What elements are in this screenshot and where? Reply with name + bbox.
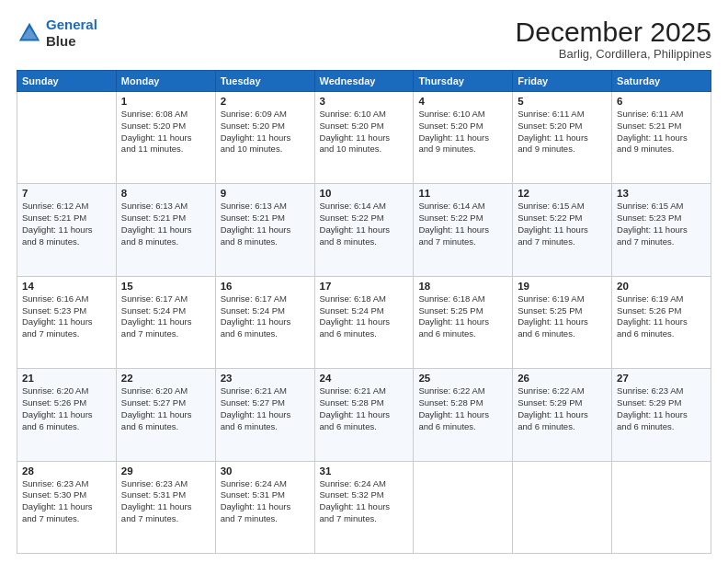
day-info: Sunrise: 6:11 AM Sunset: 5:20 PM Dayligh… — [518, 109, 607, 155]
calendar-cell: 3Sunrise: 6:10 AM Sunset: 5:20 PM Daylig… — [314, 92, 414, 184]
day-number: 12 — [518, 188, 607, 199]
day-number: 13 — [617, 188, 706, 199]
day-number: 26 — [518, 373, 607, 384]
calendar-cell: 14Sunrise: 6:16 AM Sunset: 5:23 PM Dayli… — [17, 276, 117, 368]
month-title: December 2025 — [516, 17, 711, 47]
day-number: 20 — [617, 281, 706, 292]
day-number: 25 — [418, 373, 507, 384]
calendar-cell: 1Sunrise: 6:08 AM Sunset: 5:20 PM Daylig… — [116, 92, 215, 184]
calendar-cell — [17, 92, 117, 184]
day-number: 21 — [22, 373, 111, 384]
calendar-cell: 10Sunrise: 6:14 AM Sunset: 5:22 PM Dayli… — [314, 184, 414, 276]
day-number: 4 — [418, 96, 507, 107]
page: General Blue December 2025 Barlig, Cordi… — [0, 0, 728, 563]
day-number: 5 — [518, 96, 607, 107]
col-header-wednesday: Wednesday — [314, 71, 414, 92]
calendar-cell: 17Sunrise: 6:18 AM Sunset: 5:24 PM Dayli… — [314, 276, 414, 368]
day-number: 3 — [320, 96, 409, 107]
day-info: Sunrise: 6:13 AM Sunset: 5:21 PM Dayligh… — [221, 201, 310, 247]
calendar-cell: 7Sunrise: 6:12 AM Sunset: 5:21 PM Daylig… — [17, 184, 117, 276]
day-number: 28 — [22, 465, 111, 477]
calendar-cell: 20Sunrise: 6:19 AM Sunset: 5:26 PM Dayli… — [612, 276, 711, 368]
day-info: Sunrise: 6:10 AM Sunset: 5:20 PM Dayligh… — [418, 109, 507, 155]
calendar-cell: 30Sunrise: 6:24 AM Sunset: 5:31 PM Dayli… — [215, 461, 314, 553]
calendar-week-1: 1Sunrise: 6:08 AM Sunset: 5:20 PM Daylig… — [17, 92, 711, 184]
calendar-cell: 25Sunrise: 6:22 AM Sunset: 5:28 PM Dayli… — [414, 369, 513, 461]
day-info: Sunrise: 6:10 AM Sunset: 5:20 PM Dayligh… — [320, 109, 409, 155]
calendar-cell: 23Sunrise: 6:21 AM Sunset: 5:27 PM Dayli… — [215, 369, 314, 461]
day-info: Sunrise: 6:17 AM Sunset: 5:24 PM Dayligh… — [221, 293, 310, 340]
col-header-monday: Monday — [116, 71, 215, 92]
col-header-friday: Friday — [513, 71, 612, 92]
day-number: 9 — [221, 188, 310, 199]
day-info: Sunrise: 6:24 AM Sunset: 5:32 PM Dayligh… — [320, 478, 409, 525]
day-info: Sunrise: 6:08 AM Sunset: 5:20 PM Dayligh… — [121, 109, 210, 155]
calendar-cell: 2Sunrise: 6:09 AM Sunset: 5:20 PM Daylig… — [215, 92, 314, 184]
day-number: 6 — [617, 96, 706, 107]
day-number: 14 — [22, 281, 111, 292]
calendar-cell: 24Sunrise: 6:21 AM Sunset: 5:28 PM Dayli… — [314, 369, 414, 461]
calendar-week-5: 28Sunrise: 6:23 AM Sunset: 5:30 PM Dayli… — [17, 461, 711, 553]
header: General Blue December 2025 Barlig, Cordi… — [17, 17, 711, 61]
day-info: Sunrise: 6:22 AM Sunset: 5:29 PM Dayligh… — [518, 385, 607, 432]
day-info: Sunrise: 6:24 AM Sunset: 5:31 PM Dayligh… — [221, 478, 310, 525]
day-info: Sunrise: 6:12 AM Sunset: 5:21 PM Dayligh… — [22, 201, 111, 247]
calendar-cell: 8Sunrise: 6:13 AM Sunset: 5:21 PM Daylig… — [116, 184, 215, 276]
day-info: Sunrise: 6:23 AM Sunset: 5:30 PM Dayligh… — [22, 478, 111, 525]
calendar-cell: 4Sunrise: 6:10 AM Sunset: 5:20 PM Daylig… — [414, 92, 513, 184]
day-number: 8 — [121, 188, 210, 199]
day-number: 31 — [320, 465, 409, 477]
location: Barlig, Cordillera, Philippines — [516, 47, 711, 61]
day-number: 16 — [221, 281, 310, 292]
calendar-cell: 5Sunrise: 6:11 AM Sunset: 5:20 PM Daylig… — [513, 92, 612, 184]
col-header-tuesday: Tuesday — [215, 71, 314, 92]
day-info: Sunrise: 6:16 AM Sunset: 5:23 PM Dayligh… — [22, 293, 111, 340]
day-info: Sunrise: 6:22 AM Sunset: 5:28 PM Dayligh… — [418, 385, 507, 432]
calendar-cell: 26Sunrise: 6:22 AM Sunset: 5:29 PM Dayli… — [513, 369, 612, 461]
calendar-cell: 16Sunrise: 6:17 AM Sunset: 5:24 PM Dayli… — [215, 276, 314, 368]
day-info: Sunrise: 6:19 AM Sunset: 5:25 PM Dayligh… — [518, 293, 607, 340]
day-info: Sunrise: 6:11 AM Sunset: 5:21 PM Dayligh… — [617, 109, 706, 155]
day-number: 10 — [320, 188, 409, 199]
day-info: Sunrise: 6:17 AM Sunset: 5:24 PM Dayligh… — [121, 293, 210, 340]
day-number: 29 — [121, 465, 210, 477]
calendar-cell — [513, 461, 612, 553]
day-info: Sunrise: 6:23 AM Sunset: 5:29 PM Dayligh… — [617, 385, 706, 432]
logo-icon — [17, 20, 42, 46]
day-info: Sunrise: 6:20 AM Sunset: 5:27 PM Dayligh… — [121, 385, 210, 432]
col-header-saturday: Saturday — [612, 71, 711, 92]
day-info: Sunrise: 6:20 AM Sunset: 5:26 PM Dayligh… — [22, 385, 111, 432]
day-info: Sunrise: 6:15 AM Sunset: 5:22 PM Dayligh… — [518, 201, 607, 247]
calendar-cell: 27Sunrise: 6:23 AM Sunset: 5:29 PM Dayli… — [612, 369, 711, 461]
day-number: 11 — [418, 188, 507, 199]
day-number: 23 — [221, 373, 310, 384]
calendar-week-3: 14Sunrise: 6:16 AM Sunset: 5:23 PM Dayli… — [17, 276, 711, 368]
day-number: 22 — [121, 373, 210, 384]
calendar-cell: 31Sunrise: 6:24 AM Sunset: 5:32 PM Dayli… — [314, 461, 414, 553]
day-info: Sunrise: 6:09 AM Sunset: 5:20 PM Dayligh… — [221, 109, 310, 155]
calendar-cell: 11Sunrise: 6:14 AM Sunset: 5:22 PM Dayli… — [414, 184, 513, 276]
calendar-cell: 28Sunrise: 6:23 AM Sunset: 5:30 PM Dayli… — [17, 461, 117, 553]
calendar-cell: 13Sunrise: 6:15 AM Sunset: 5:23 PM Dayli… — [612, 184, 711, 276]
col-header-sunday: Sunday — [17, 71, 117, 92]
day-info: Sunrise: 6:23 AM Sunset: 5:31 PM Dayligh… — [121, 478, 210, 525]
calendar-week-4: 21Sunrise: 6:20 AM Sunset: 5:26 PM Dayli… — [17, 369, 711, 461]
calendar-cell: 9Sunrise: 6:13 AM Sunset: 5:21 PM Daylig… — [215, 184, 314, 276]
day-number: 19 — [518, 281, 607, 292]
logo-text: General Blue — [46, 17, 97, 50]
day-info: Sunrise: 6:14 AM Sunset: 5:22 PM Dayligh… — [320, 201, 409, 247]
col-header-thursday: Thursday — [414, 71, 513, 92]
day-number: 24 — [320, 373, 409, 384]
calendar-cell: 21Sunrise: 6:20 AM Sunset: 5:26 PM Dayli… — [17, 369, 117, 461]
calendar-cell — [414, 461, 513, 553]
day-number: 15 — [121, 281, 210, 292]
calendar-cell: 22Sunrise: 6:20 AM Sunset: 5:27 PM Dayli… — [116, 369, 215, 461]
calendar-table: SundayMondayTuesdayWednesdayThursdayFrid… — [17, 70, 711, 554]
day-info: Sunrise: 6:19 AM Sunset: 5:26 PM Dayligh… — [617, 293, 706, 340]
calendar-cell — [612, 461, 711, 553]
calendar-header-row: SundayMondayTuesdayWednesdayThursdayFrid… — [17, 71, 711, 92]
calendar-cell: 6Sunrise: 6:11 AM Sunset: 5:21 PM Daylig… — [612, 92, 711, 184]
day-number: 1 — [121, 96, 210, 107]
day-info: Sunrise: 6:14 AM Sunset: 5:22 PM Dayligh… — [418, 201, 507, 247]
calendar-week-2: 7Sunrise: 6:12 AM Sunset: 5:21 PM Daylig… — [17, 184, 711, 276]
